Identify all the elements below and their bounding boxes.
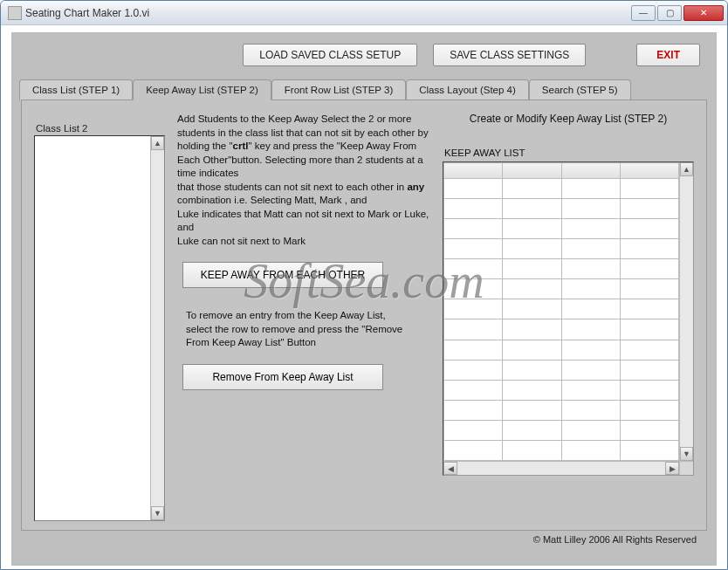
grid-cell[interactable]	[444, 199, 503, 219]
grid-cell[interactable]	[561, 380, 620, 400]
class-list-box[interactable]: ▲ ▼	[34, 135, 165, 521]
grid-cell[interactable]	[444, 400, 503, 420]
save-class-button[interactable]: SAVE CLASS SETTINGS	[433, 44, 586, 66]
grid-cell[interactable]	[620, 179, 678, 199]
grid-cell[interactable]	[503, 420, 561, 440]
table-row[interactable]	[444, 199, 679, 219]
grid-cell[interactable]	[503, 319, 561, 340]
grid-cell[interactable]	[503, 239, 561, 259]
table-row[interactable]	[444, 380, 679, 400]
grid-cell[interactable]	[620, 319, 678, 340]
grid-cell[interactable]	[503, 279, 561, 299]
grid-cell[interactable]	[503, 440, 561, 460]
grid-cell[interactable]	[503, 340, 561, 360]
grid-cell[interactable]	[561, 440, 620, 460]
grid-cell[interactable]	[503, 259, 561, 279]
grid-cell[interactable]	[561, 420, 620, 440]
table-row[interactable]	[444, 299, 679, 319]
grid-cell[interactable]	[620, 279, 678, 299]
grid-cell[interactable]	[444, 239, 503, 259]
table-row[interactable]	[444, 440, 679, 460]
keep-away-button[interactable]: KEEP AWAY FROM EACH OTHER	[182, 262, 383, 288]
grid-cell[interactable]	[561, 400, 620, 420]
minimize-button[interactable]: —	[631, 5, 656, 21]
grid-cell[interactable]	[561, 239, 620, 259]
grid-cell[interactable]	[503, 179, 561, 199]
grid-cell[interactable]	[444, 219, 503, 239]
tab-front-row[interactable]: Front Row List (STEP 3)	[271, 79, 406, 100]
table-row[interactable]	[444, 340, 679, 360]
grid-cell[interactable]	[503, 360, 561, 380]
grid-cell[interactable]	[503, 380, 561, 400]
scroll-down-icon[interactable]: ▼	[151, 506, 164, 520]
grid-vscrollbar[interactable]: ▲ ▼	[679, 162, 693, 461]
tab-search[interactable]: Search (STEP 5)	[529, 79, 631, 100]
grid-scroll-right-icon[interactable]: ▶	[665, 462, 679, 475]
grid-cell[interactable]	[444, 279, 503, 299]
table-row[interactable]	[444, 420, 679, 440]
tab-keep-away[interactable]: Keep Away List (STEP 2)	[133, 79, 271, 100]
table-row[interactable]	[444, 279, 679, 299]
grid-cell[interactable]	[444, 319, 503, 340]
grid-cell[interactable]	[503, 299, 561, 319]
grid-cell[interactable]	[620, 199, 678, 219]
grid-cell[interactable]	[620, 400, 678, 420]
grid-cell[interactable]	[620, 299, 678, 319]
tab-class-layout[interactable]: Class Layout (Step 4)	[406, 79, 529, 100]
grid-header-cell[interactable]	[444, 163, 503, 179]
maximize-button[interactable]: ▢	[657, 5, 682, 21]
table-row[interactable]	[444, 360, 679, 380]
table-row[interactable]	[444, 319, 679, 340]
table-row[interactable]	[444, 239, 679, 259]
grid-cell[interactable]	[444, 420, 503, 440]
grid-scroll-left-icon[interactable]: ◀	[443, 462, 457, 475]
tab-class-list[interactable]: Class List (STEP 1)	[19, 79, 133, 100]
grid-cell[interactable]	[561, 319, 620, 340]
grid-cell[interactable]	[561, 279, 620, 299]
grid-cell[interactable]	[620, 239, 678, 259]
grid-cell[interactable]	[444, 340, 503, 360]
grid-cell[interactable]	[561, 340, 620, 360]
grid-header-cell[interactable]	[561, 163, 620, 179]
grid-cell[interactable]	[561, 259, 620, 279]
grid-scroll-down-icon[interactable]: ▼	[680, 447, 693, 461]
grid-cell[interactable]	[444, 259, 503, 279]
grid-cell[interactable]	[561, 299, 620, 319]
keep-away-grid[interactable]	[443, 162, 679, 461]
scroll-track[interactable]	[151, 150, 164, 506]
grid-cell[interactable]	[444, 380, 503, 400]
grid-cell[interactable]	[444, 179, 503, 199]
grid-cell[interactable]	[503, 400, 561, 420]
table-row[interactable]	[444, 219, 679, 239]
grid-header-cell[interactable]	[620, 163, 678, 179]
grid-cell[interactable]	[503, 219, 561, 239]
class-list-scrollbar[interactable]: ▲ ▼	[150, 136, 164, 520]
grid-cell[interactable]	[620, 420, 678, 440]
table-row[interactable]	[444, 259, 679, 279]
table-row[interactable]	[444, 400, 679, 420]
grid-cell[interactable]	[444, 299, 503, 319]
grid-cell[interactable]	[620, 259, 678, 279]
grid-cell[interactable]	[503, 199, 561, 219]
grid-cell[interactable]	[620, 440, 678, 460]
grid-cell[interactable]	[620, 380, 678, 400]
grid-cell[interactable]	[620, 340, 678, 360]
grid-header-cell[interactable]	[503, 163, 561, 179]
grid-cell[interactable]	[444, 360, 503, 380]
exit-button[interactable]: EXIT	[636, 44, 700, 66]
close-button[interactable]: ✕	[683, 5, 724, 21]
grid-cell[interactable]	[620, 360, 678, 380]
grid-cell[interactable]	[561, 360, 620, 380]
grid-cell[interactable]	[561, 199, 620, 219]
grid-hscrollbar[interactable]: ◀ ▶	[443, 461, 693, 475]
grid-cell[interactable]	[561, 219, 620, 239]
remove-keep-away-button[interactable]: Remove From Keep Away List	[182, 364, 383, 390]
grid-scroll-up-icon[interactable]: ▲	[680, 162, 693, 176]
table-row[interactable]	[444, 179, 679, 199]
load-class-button[interactable]: LOAD SAVED CLASS SETUP	[243, 44, 417, 66]
grid-hscroll-track[interactable]	[457, 462, 665, 475]
grid-cell[interactable]	[444, 440, 503, 460]
scroll-up-icon[interactable]: ▲	[151, 136, 164, 150]
grid-cell[interactable]	[561, 179, 620, 199]
grid-cell[interactable]	[620, 219, 678, 239]
